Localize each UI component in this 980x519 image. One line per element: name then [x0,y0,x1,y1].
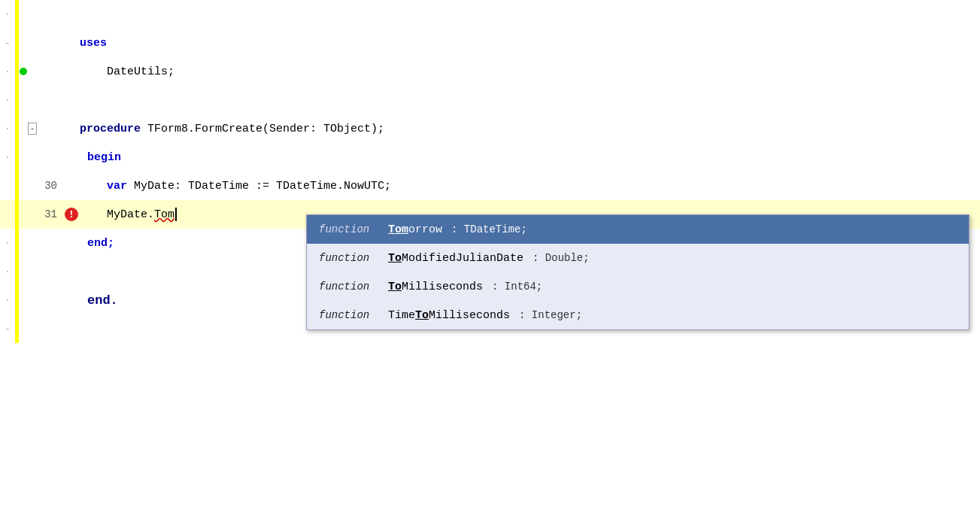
code-dateutils: DateUtils; [80,57,174,86]
ac-time-prefix: Time [388,309,415,322]
ac-rest: orrow [408,223,442,236]
ac-rest: Milliseconds [429,309,510,322]
line-row-30: 30 var MyDate: TDateTime := TDateTime.No… [0,171,980,200]
yellow-bar [15,314,19,343]
line-dot: · [0,238,15,249]
ac-name: TimeToMilliseconds [388,309,510,322]
ac-return: : Integer; [519,309,582,321]
code-end1: end; [80,229,114,257]
line-dot: - [0,38,15,49]
ac-type: function [319,281,379,293]
green-dot-container [19,68,28,75]
yellow-bar [15,200,19,229]
line-number-30: 30 [37,180,63,192]
collapse-icon[interactable]: - [28,123,37,135]
code-text: var MyDate: TDateTime := TDateTime.NowUT… [80,180,391,193]
keyword-procedure: procedure [80,123,141,135]
yellow-bar [15,229,19,257]
autocomplete-item-tomodified[interactable]: function ToModifiedJulianDate : Double; [307,244,969,272]
line-dot: · [0,123,15,135]
ac-return: : Double; [532,252,590,264]
code-line-30: var MyDate: TDateTime := TDateTime.NowUT… [80,171,391,200]
keyword-uses: uses [80,37,107,50]
keyword-end1: end; [87,237,114,250]
ac-rest: ModifiedJulianDate [402,252,523,265]
line-row-empty1: · [0,86,980,114]
text-cursor [175,208,177,221]
keyword-begin: begin [87,151,121,164]
line-row-dateutils: · DateUtils; [0,57,980,86]
ac-name: Tomorrow [388,223,442,236]
line-dot: · [0,95,15,106]
autocomplete-dropdown: function Tomorrow : TDateTime; function … [306,214,969,330]
autocomplete-item-tomorrow[interactable]: function Tomorrow : TDateTime; [307,215,969,244]
error-icon: ! [65,208,78,221]
code-line-31[interactable]: MyDate.Tom [80,200,177,229]
code-end2: end. [80,286,118,314]
collapse-icon-container[interactable]: - [28,123,37,135]
ac-bold-to3: To [415,309,429,322]
ac-bold-to: To [388,252,402,265]
editor-container: · - uses · [0,0,980,519]
yellow-bar [15,257,19,286]
line-dot: · [0,295,15,306]
code-begin: begin [80,143,121,171]
ac-name: ToMilliseconds [388,281,483,293]
ac-type: function [319,223,379,235]
code-text: DateUtils; [80,65,174,78]
autocomplete-item-tomilliseconds[interactable]: function ToMilliseconds : Int64; [307,272,969,301]
yellow-bar [15,171,19,200]
line-dot: - [0,323,15,335]
yellow-bar [15,86,19,114]
code-uses: uses [80,29,107,57]
line-dot: · [0,66,15,77]
line-number-31: 31 [37,208,63,220]
ac-type: function [319,309,379,321]
ac-return: : Int64; [492,281,542,293]
ac-type: function [319,252,379,264]
line-dot: · [0,9,15,20]
code-procedure: procedure TForm8.FormCreate(Sender: TObj… [80,114,384,143]
line-row-uses: - uses [0,29,980,57]
line-row-procedure: · - procedure TForm8.FormCreate(Sender: … [0,114,980,143]
green-dot [20,68,27,75]
ac-name: ToModifiedJulianDate [388,252,523,265]
autocomplete-item-timetomilliseconds[interactable]: function TimeToMilliseconds : Integer; [307,301,969,329]
ac-bold-to2: To [388,281,402,293]
code-text: MyDate.Tom [80,208,177,221]
keyword-end2: end. [87,293,118,308]
line-row: · [0,0,980,29]
line-row-begin: · begin [0,143,980,171]
ac-bold-tom: Tom [388,223,408,236]
line-dot: · [0,266,15,278]
ac-return: : TDateTime; [451,223,527,235]
error-icon-container: ! [63,208,80,221]
line-dot: · [0,152,15,163]
yellow-bar [15,29,19,57]
code-text: TForm8.FormCreate(Sender: TObject); [141,123,384,135]
yellow-bar [15,0,19,29]
yellow-bar [15,114,19,143]
ac-rest: Milliseconds [402,281,483,293]
yellow-bar [15,143,19,171]
yellow-bar [15,286,19,314]
